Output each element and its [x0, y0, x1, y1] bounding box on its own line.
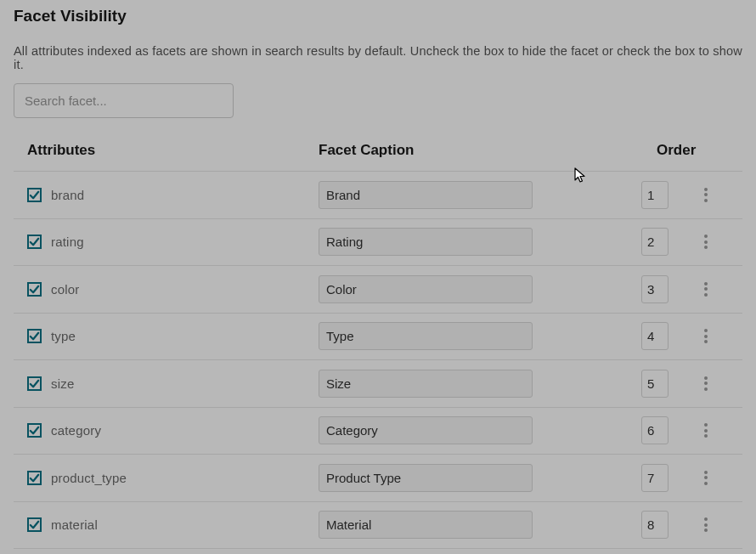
- attribute-name: size: [51, 376, 319, 391]
- order-input[interactable]: [641, 181, 669, 209]
- kebab-icon: [704, 517, 708, 532]
- order-input[interactable]: [641, 464, 669, 492]
- row-menu-button[interactable]: [697, 517, 714, 532]
- check-icon: [28, 377, 41, 390]
- table-row: category: [14, 408, 742, 455]
- order-input[interactable]: [641, 275, 669, 303]
- column-header-caption: Facet Caption: [319, 142, 657, 159]
- page-title: Facet Visibility: [14, 7, 742, 25]
- row-menu-button[interactable]: [697, 329, 714, 343]
- kebab-icon: [704, 282, 708, 297]
- order-input[interactable]: [641, 322, 669, 350]
- table-row: size: [14, 360, 742, 408]
- kebab-icon: [704, 188, 708, 202]
- visibility-checkbox[interactable]: [27, 329, 42, 343]
- check-icon: [28, 518, 41, 531]
- check-icon: [28, 189, 41, 201]
- order-input[interactable]: [641, 370, 669, 398]
- caption-input[interactable]: [319, 464, 533, 492]
- visibility-checkbox[interactable]: [27, 423, 42, 438]
- check-icon: [28, 472, 41, 484]
- caption-input[interactable]: [319, 275, 533, 303]
- table-header: Attributes Facet Caption Order: [14, 142, 742, 171]
- description-text: All attributes indexed as facets are sho…: [14, 44, 742, 71]
- caption-input[interactable]: [319, 370, 533, 398]
- row-menu-button[interactable]: [697, 282, 714, 297]
- kebab-icon: [704, 329, 708, 343]
- attribute-name: product_type: [51, 471, 319, 485]
- visibility-checkbox[interactable]: [27, 376, 42, 391]
- visibility-checkbox[interactable]: [27, 188, 42, 202]
- table-row: rating: [14, 219, 742, 267]
- caption-input[interactable]: [319, 181, 533, 209]
- visibility-checkbox[interactable]: [27, 235, 42, 249]
- attribute-name: rating: [51, 235, 319, 249]
- order-input[interactable]: [641, 511, 669, 539]
- check-icon: [28, 283, 41, 296]
- check-icon: [28, 330, 41, 342]
- table-row: color: [14, 266, 742, 314]
- visibility-checkbox[interactable]: [27, 517, 42, 532]
- caption-input[interactable]: [319, 511, 533, 539]
- table-body: brand rating color: [14, 171, 742, 549]
- table-row: type: [14, 314, 742, 361]
- attribute-name: type: [51, 329, 319, 343]
- row-menu-button[interactable]: [697, 188, 714, 202]
- attribute-name: brand: [51, 188, 319, 202]
- visibility-checkbox[interactable]: [27, 282, 42, 297]
- caption-input[interactable]: [319, 322, 533, 350]
- attribute-name: category: [51, 423, 319, 438]
- table-row: material: [14, 502, 742, 550]
- order-input[interactable]: [641, 228, 669, 256]
- column-header-order: Order: [657, 142, 696, 159]
- kebab-icon: [704, 376, 708, 391]
- row-menu-button[interactable]: [697, 376, 714, 391]
- row-menu-button[interactable]: [697, 423, 714, 438]
- kebab-icon: [704, 423, 708, 438]
- visibility-checkbox[interactable]: [27, 471, 42, 485]
- order-input[interactable]: [641, 416, 669, 444]
- kebab-icon: [704, 235, 708, 249]
- table-row: brand: [14, 172, 742, 219]
- check-icon: [28, 235, 41, 248]
- caption-input[interactable]: [319, 228, 533, 256]
- attribute-name: material: [51, 517, 319, 532]
- check-icon: [28, 424, 41, 437]
- row-menu-button[interactable]: [697, 235, 714, 249]
- kebab-icon: [704, 471, 708, 485]
- search-input[interactable]: [14, 83, 234, 118]
- attribute-name: color: [51, 282, 319, 297]
- table-row: product_type: [14, 455, 742, 502]
- row-menu-button[interactable]: [697, 471, 714, 485]
- column-header-attributes: Attributes: [27, 142, 319, 159]
- caption-input[interactable]: [319, 416, 533, 444]
